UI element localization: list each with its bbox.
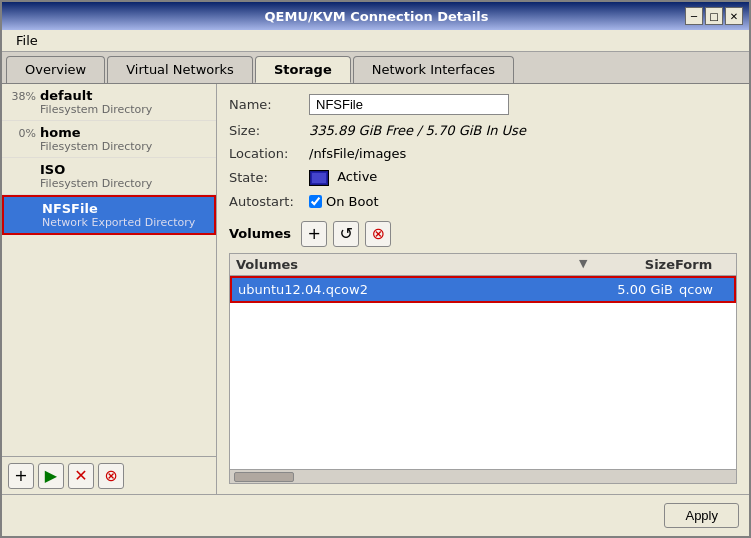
size-value: 335.89 GiB Free / 5.70 GiB In Use — [309, 123, 526, 138]
tab-network-interfaces[interactable]: Network Interfaces — [353, 56, 514, 83]
volumes-label: Volumes — [229, 226, 291, 241]
col-size-header: Size — [595, 257, 675, 272]
main-content: 38% default Filesystem Directory 0% home… — [2, 83, 749, 494]
file-menu[interactable]: File — [10, 32, 44, 49]
sidebar-name-default: default — [40, 88, 210, 103]
titlebar: QEMU/KVM Connection Details ─ □ ✕ — [2, 2, 749, 30]
size-label: Size: — [229, 123, 309, 138]
autostart-value: On Boot — [309, 194, 379, 209]
titlebar-buttons: ─ □ ✕ — [685, 7, 743, 25]
add-storage-button[interactable]: + — [8, 463, 34, 489]
storage-sidebar: 38% default Filesystem Directory 0% home… — [2, 84, 217, 494]
autostart-checkbox[interactable] — [309, 195, 322, 208]
volume-format: qcow — [673, 282, 728, 297]
volumes-table: Volumes ▼ Size Form ubuntu12.04.qcow2 5.… — [229, 253, 737, 485]
sidebar-name-iso: ISO — [40, 162, 210, 177]
sidebar-item-home[interactable]: 0% home Filesystem Directory — [2, 121, 216, 158]
col-sort-arrow: ▼ — [579, 257, 595, 272]
state-value: Active — [309, 169, 377, 186]
menubar: File — [2, 30, 749, 52]
sidebar-name-home: home — [40, 125, 210, 140]
horizontal-scrollbar[interactable] — [230, 469, 736, 483]
sidebar-item-nfsfile[interactable]: NFSFile Network Exported Directory — [2, 195, 216, 235]
close-button[interactable]: ✕ — [725, 7, 743, 25]
sidebar-type-nfsfile: Network Exported Directory — [42, 216, 208, 229]
sidebar-toolbar: + ▶ ✕ ⊗ — [2, 456, 216, 494]
sidebar-type-iso: Filesystem Directory — [40, 177, 210, 190]
size-row: Size: 335.89 GiB Free / 5.70 GiB In Use — [229, 123, 737, 138]
sidebar-percent-default: 38% — [8, 88, 36, 103]
sidebar-type-home: Filesystem Directory — [40, 140, 210, 153]
autostart-label: Autostart: — [229, 194, 309, 209]
location-value: /nfsFile/images — [309, 146, 406, 161]
tab-virtual-networks[interactable]: Virtual Networks — [107, 56, 253, 83]
sidebar-item-info-iso: ISO Filesystem Directory — [36, 162, 210, 190]
detail-panel: Name: Size: 335.89 GiB Free / 5.70 GiB I… — [217, 84, 749, 494]
location-label: Location: — [229, 146, 309, 161]
sidebar-item-default[interactable]: 38% default Filesystem Directory — [2, 84, 216, 121]
monitor-icon — [309, 170, 329, 186]
sidebar-item-info-home: home Filesystem Directory — [36, 125, 210, 153]
add-volume-button[interactable]: + — [301, 221, 327, 247]
sidebar-percent-home: 0% — [8, 125, 36, 140]
start-storage-button[interactable]: ▶ — [38, 463, 64, 489]
delete-volume-button[interactable]: ⊗ — [365, 221, 391, 247]
scrollbar-thumb[interactable] — [234, 472, 294, 482]
window-title: QEMU/KVM Connection Details — [68, 9, 685, 24]
col-name-header: Volumes — [236, 257, 579, 272]
autostart-text: On Boot — [326, 194, 379, 209]
main-window: QEMU/KVM Connection Details ─ □ ✕ File O… — [0, 0, 751, 538]
volumes-table-header: Volumes ▼ Size Form — [230, 254, 736, 276]
volumes-table-body: ubuntu12.04.qcow2 5.00 GiB qcow — [230, 276, 736, 470]
sidebar-percent-nfsfile — [10, 201, 38, 203]
sidebar-type-default: Filesystem Directory — [40, 103, 210, 116]
sidebar-item-info-nfsfile: NFSFile Network Exported Directory — [38, 201, 208, 229]
volume-size: 5.00 GiB — [593, 282, 673, 297]
stop-storage-button[interactable]: ⊗ — [98, 463, 124, 489]
remove-storage-button[interactable]: ✕ — [68, 463, 94, 489]
location-row: Location: /nfsFile/images — [229, 146, 737, 161]
state-row: State: Active — [229, 169, 737, 186]
name-input[interactable] — [309, 94, 509, 115]
sidebar-item-iso[interactable]: ISO Filesystem Directory — [2, 158, 216, 195]
maximize-button[interactable]: □ — [705, 7, 723, 25]
tabs-bar: Overview Virtual Networks Storage Networ… — [2, 52, 749, 83]
tab-storage[interactable]: Storage — [255, 56, 351, 83]
state-label: State: — [229, 170, 309, 185]
apply-button[interactable]: Apply — [664, 503, 739, 528]
name-row: Name: — [229, 94, 737, 115]
volumes-header: Volumes + ↺ ⊗ — [229, 221, 737, 247]
volumes-section: Volumes + ↺ ⊗ Volumes ▼ Size Form ubuntu… — [229, 221, 737, 485]
volume-row[interactable]: ubuntu12.04.qcow2 5.00 GiB qcow — [230, 276, 736, 303]
minimize-button[interactable]: ─ — [685, 7, 703, 25]
sidebar-percent-iso — [8, 162, 36, 164]
col-format-header: Form — [675, 257, 730, 272]
volume-name: ubuntu12.04.qcow2 — [238, 282, 593, 297]
state-text: Active — [337, 169, 377, 184]
autostart-checkbox-label: On Boot — [309, 194, 379, 209]
name-label: Name: — [229, 97, 309, 112]
sidebar-name-nfsfile: NFSFile — [42, 201, 208, 216]
sidebar-item-info-default: default Filesystem Directory — [36, 88, 210, 116]
tab-overview[interactable]: Overview — [6, 56, 105, 83]
autostart-row: Autostart: On Boot — [229, 194, 737, 209]
bottom-bar: Apply — [2, 494, 749, 536]
refresh-volume-button[interactable]: ↺ — [333, 221, 359, 247]
